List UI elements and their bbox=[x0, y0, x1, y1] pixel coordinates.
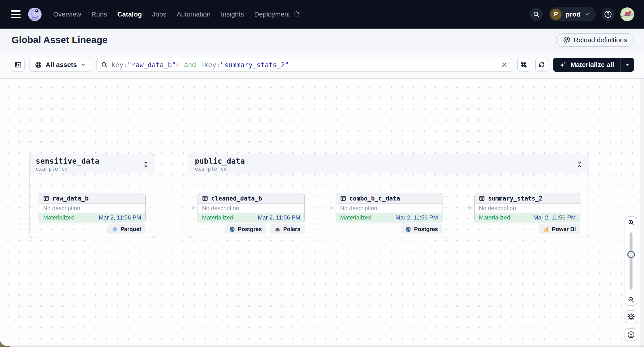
asset-group-header[interactable]: public_dataexample_co bbox=[189, 154, 588, 174]
environment-name: prod bbox=[566, 10, 580, 18]
hamburger-icon[interactable] bbox=[11, 9, 22, 20]
asset-status-row: MaterializedMar 2, 11:56 PM bbox=[39, 213, 145, 222]
nav-item-wrap: Deployment bbox=[254, 10, 300, 18]
status-badge: Materialized bbox=[43, 214, 74, 221]
gear-icon bbox=[628, 313, 634, 321]
download-image-button[interactable] bbox=[624, 328, 637, 341]
page-header: Global Asset Lineage Reload definitions bbox=[0, 28, 644, 51]
refresh-graph-button[interactable] bbox=[535, 58, 548, 72]
status-badge: Materialized bbox=[340, 214, 372, 221]
asset-description: No description bbox=[198, 204, 304, 213]
asset-status-row: MaterializedMar 2, 11:56 PM bbox=[198, 213, 304, 222]
kind-tag-polars[interactable]: Polars bbox=[270, 224, 305, 234]
asset-group-header[interactable]: sensitive_dataexample_co bbox=[30, 154, 155, 174]
group-title: sensitive_data bbox=[36, 157, 155, 165]
asset-scope-select[interactable]: All assets bbox=[30, 58, 91, 72]
query-segment-key: key: bbox=[111, 61, 127, 69]
nav-item-deployment[interactable]: Deployment bbox=[254, 10, 290, 18]
asset-status-row: MaterializedMar 2, 11:56 PM bbox=[475, 213, 580, 222]
zoom-slider-track[interactable] bbox=[630, 232, 632, 290]
asset-scope-label: All assets bbox=[46, 61, 77, 68]
group-repo-label: example_co bbox=[195, 166, 588, 172]
nav-item-jobs[interactable]: Jobs bbox=[152, 10, 166, 18]
table-icon bbox=[202, 195, 208, 201]
asset-node-header: combo_b_c_data bbox=[336, 193, 442, 204]
asset-description: No description bbox=[475, 204, 580, 213]
kind-tag-postgres[interactable]: Postgres bbox=[401, 224, 442, 234]
table-icon bbox=[43, 195, 49, 201]
query-segment-value: "summary_stats_2" bbox=[220, 61, 289, 69]
query-segment-bool: and bbox=[180, 61, 200, 69]
asset-node-summary_stats_2[interactable]: summary_stats_2No descriptionMaterialize… bbox=[474, 193, 580, 222]
parquet-icon bbox=[112, 226, 118, 232]
asset-node-raw_data_b[interactable]: raw_data_bNo descriptionMaterializedMar … bbox=[39, 193, 146, 222]
fold-icon bbox=[577, 161, 582, 168]
canvas-rounded-corner bbox=[0, 335, 14, 346]
graph-settings-button[interactable] bbox=[624, 310, 637, 323]
asset-node-combo_b_c_data[interactable]: combo_b_c_dataNo descriptionMaterialized… bbox=[336, 193, 442, 222]
kind-tag-parquet[interactable]: Parquet bbox=[107, 224, 146, 234]
materialize-all-button[interactable]: Materialize all bbox=[553, 58, 620, 72]
user-avatar[interactable] bbox=[620, 7, 634, 21]
clear-search-icon[interactable] bbox=[501, 62, 508, 68]
polars-icon bbox=[274, 226, 281, 232]
search-query-text: key:"raw_data_b"+ and +key:"summary_stat… bbox=[111, 61, 498, 69]
nav-right-cluster: P prod bbox=[530, 7, 634, 21]
query-segment-value: "raw_data_b" bbox=[127, 61, 176, 69]
top-navbar: OverviewRunsCatalogJobsAutomationInsight… bbox=[0, 0, 644, 28]
asset-tags-row: Power BI bbox=[474, 224, 580, 234]
group-title: public_data bbox=[195, 157, 588, 165]
filter-to-selection-button[interactable] bbox=[517, 58, 530, 72]
zoom-in-icon[interactable] bbox=[625, 217, 637, 228]
search-icon[interactable] bbox=[530, 8, 543, 21]
canvas-scrollbar-gutter[interactable] bbox=[640, 79, 644, 347]
nav-item-catalog[interactable]: Catalog bbox=[117, 10, 142, 18]
nav-item-automation[interactable]: Automation bbox=[176, 10, 210, 18]
open-left-panel-button[interactable] bbox=[12, 58, 24, 72]
materialization-timestamp: Mar 2, 11:56 PM bbox=[534, 214, 576, 221]
search-icon bbox=[101, 61, 108, 68]
lineage-canvas[interactable]: sensitive_dataexample_copublic_dataexamp… bbox=[0, 79, 644, 347]
collapse-group-button[interactable] bbox=[142, 159, 150, 169]
asset-node-header: raw_data_b bbox=[39, 193, 145, 204]
reload-cube-icon bbox=[563, 36, 571, 44]
globe-icon bbox=[35, 61, 42, 68]
asset-name: combo_b_c_data bbox=[349, 195, 400, 202]
nav-item-overview[interactable]: Overview bbox=[53, 10, 81, 18]
asset-node-header: cleaned_data_b bbox=[198, 193, 304, 204]
asset-tags-row: Parquet bbox=[39, 224, 146, 234]
asset-node-header: summary_stats_2 bbox=[475, 193, 580, 204]
kind-tag-label: Postgres bbox=[238, 226, 262, 232]
zoom-controls bbox=[624, 216, 637, 306]
nav-item-runs[interactable]: Runs bbox=[92, 10, 107, 18]
materialize-all-button-group: Materialize all bbox=[553, 58, 634, 72]
asset-name: raw_data_b bbox=[52, 195, 89, 202]
dagster-logo-icon[interactable] bbox=[28, 7, 42, 21]
kind-tag-label: Parquet bbox=[120, 226, 141, 232]
kind-tag-postgres[interactable]: Postgres bbox=[224, 224, 266, 234]
reload-definitions-button[interactable]: Reload definitions bbox=[556, 33, 634, 47]
postgres-icon bbox=[229, 226, 235, 232]
kind-tag-power-bi[interactable]: Power BI bbox=[538, 224, 580, 234]
asset-node-cleaned_data_b[interactable]: cleaned_data_bNo descriptionMaterialized… bbox=[198, 193, 305, 222]
zoom-out-icon[interactable] bbox=[625, 294, 637, 305]
help-icon[interactable] bbox=[602, 8, 614, 21]
asset-search-input[interactable]: key:"raw_data_b"+ and +key:"summary_stat… bbox=[96, 58, 512, 72]
materialize-options-caret[interactable] bbox=[620, 58, 634, 72]
asset-status-row: MaterializedMar 2, 11:56 PM bbox=[336, 213, 442, 222]
collapse-group-button[interactable] bbox=[575, 159, 584, 169]
zoom-slider-knob[interactable] bbox=[627, 251, 635, 258]
asset-description: No description bbox=[39, 204, 145, 213]
asset-name: summary_stats_2 bbox=[488, 195, 542, 202]
zoom-slider[interactable] bbox=[625, 228, 637, 294]
environment-switcher[interactable]: P prod bbox=[548, 7, 596, 21]
status-badge: Materialized bbox=[479, 214, 510, 221]
asset-name: cleaned_data_b bbox=[211, 195, 262, 202]
page-title: Global Asset Lineage bbox=[12, 35, 108, 45]
chevron-down-icon bbox=[80, 62, 86, 67]
postgres-icon bbox=[405, 226, 412, 232]
query-segment-key: + bbox=[200, 61, 204, 69]
loading-spinner-icon bbox=[292, 10, 300, 18]
materialization-timestamp: Mar 2, 11:56 PM bbox=[258, 214, 300, 221]
nav-item-insights[interactable]: Insights bbox=[221, 10, 244, 18]
